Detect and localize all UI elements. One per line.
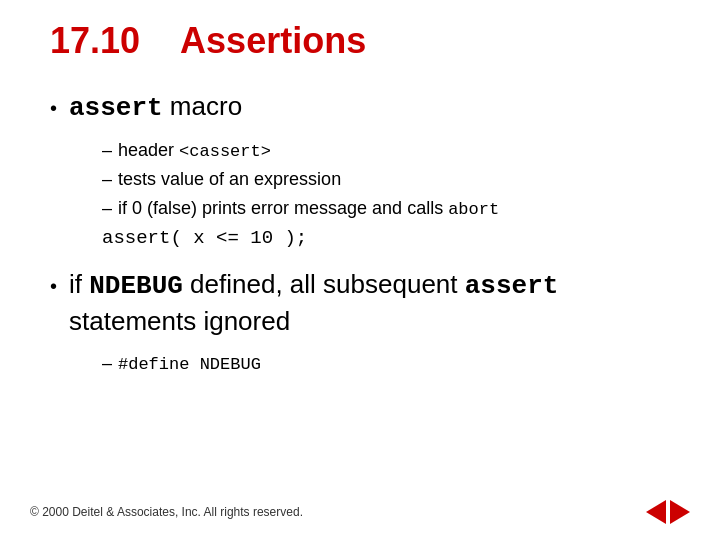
bullet2-dot: • xyxy=(50,275,57,298)
bullet1-dot: • xyxy=(50,97,57,120)
title-number: 17.10 xyxy=(50,20,140,62)
ndebug-code: NDEBUG xyxy=(89,271,183,301)
bullet1-section: • assert macro header <cassert> tests va… xyxy=(40,90,680,249)
title-row: 17.10 Assertions xyxy=(40,20,680,62)
bullet1-item: • assert macro xyxy=(50,90,680,126)
code-example: assert( x <= 10 ); xyxy=(102,227,680,249)
abort-code: abort xyxy=(448,200,499,219)
bullet2-subbullets: #define NDEBUG xyxy=(102,349,680,378)
next-button[interactable] xyxy=(670,500,690,524)
assert-code-inline: assert xyxy=(69,93,163,123)
sub2-text: tests value of an expression xyxy=(118,165,341,194)
ndebug-define-code: #define NDEBUG xyxy=(118,351,261,378)
title-text: Assertions xyxy=(180,20,366,62)
bullet1-text: assert macro xyxy=(69,90,242,126)
sub-bullet-2: tests value of an expression xyxy=(102,165,680,194)
sub-bullet-1: header <cassert> xyxy=(102,136,680,165)
assert-code-inline2: assert xyxy=(465,271,559,301)
nav-buttons xyxy=(646,500,690,524)
copyright-text: © 2000 Deitel & Associates, Inc. All rig… xyxy=(30,505,303,519)
prev-button[interactable] xyxy=(646,500,666,524)
bullet2-suffix2: statements ignored xyxy=(69,306,290,336)
bullet2-text: if NDEBUG defined, all subsequent assert… xyxy=(69,267,558,339)
sub-bullet-3: if 0 (false) prints error message and ca… xyxy=(102,194,680,223)
bullet2-section: • if NDEBUG defined, all subsequent asse… xyxy=(40,267,680,378)
sub3-text: if 0 (false) prints error message and ca… xyxy=(118,194,499,223)
slide-container: 17.10 Assertions • assert macro header <… xyxy=(0,0,720,540)
bullet2-item: • if NDEBUG defined, all subsequent asse… xyxy=(50,267,680,339)
cassert-code: <cassert> xyxy=(179,142,271,161)
sub-bullet-ndebug: #define NDEBUG xyxy=(102,349,680,378)
footer: © 2000 Deitel & Associates, Inc. All rig… xyxy=(0,500,720,524)
bullet1-suffix: macro xyxy=(163,91,242,121)
bullet2-prefix: if xyxy=(69,269,89,299)
bullet2-suffix1: defined, all subsequent xyxy=(183,269,465,299)
sub1-text: header <cassert> xyxy=(118,136,271,165)
bullet1-subbullets: header <cassert> tests value of an expre… xyxy=(102,136,680,223)
